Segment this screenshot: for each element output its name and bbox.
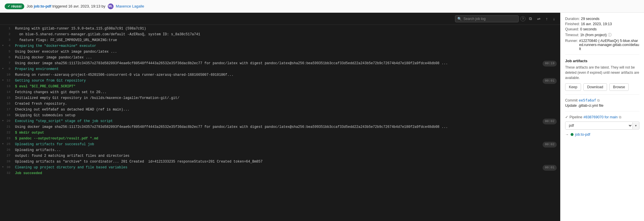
line-content: $ mkdir output	[15, 130, 557, 136]
job-name-link[interactable]: job:to-pdf	[34, 4, 52, 8]
search-icon: 🔍	[457, 17, 462, 21]
line-content: Running with gitlab-runner 15.9.0~beta.1…	[15, 26, 557, 32]
line-number: 7	[6, 61, 15, 66]
pipeline-text-label: Pipeline	[569, 115, 582, 119]
log-line: 23$ pandoc --output=output/result.pdf *.…	[0, 136, 560, 142]
queued-value: 0 seconds	[580, 27, 597, 31]
expand-icon[interactable]: ▾	[0, 67, 6, 71]
pipeline-link[interactable]: #838769070 for main	[583, 115, 617, 119]
log-line: 13$ eval "$CI_PRE_CLONE_SCRIPT"	[0, 84, 560, 90]
log-line: ▾9Preparing environment	[0, 67, 560, 72]
download-button[interactable]: Download	[583, 83, 607, 91]
job-dropdown[interactable]: pdf	[565, 122, 632, 129]
pipeline-copy-icon[interactable]: ⧉	[619, 115, 621, 119]
log-line: ▾30Cleaning up project directory and fil…	[0, 165, 560, 171]
expand-icon[interactable]: ▾	[0, 165, 6, 170]
search-input[interactable]	[455, 15, 519, 22]
line-number: 6	[6, 55, 15, 60]
line-content: $ eval "$CI_PRE_CLONE_SCRIPT"	[15, 84, 557, 89]
triggered-text: triggered 16 avr. 2023, 19:13 by	[52, 4, 105, 8]
timeout-label: Timeout:	[565, 33, 579, 37]
expand-icon[interactable]: ▾	[0, 43, 6, 48]
wrap-log-button[interactable]: ⇌	[535, 15, 542, 22]
log-toolbar: 🔍 ? ⧉ ⇌ ↑ ↓	[0, 13, 560, 25]
avatar: ML	[108, 3, 114, 9]
commit-message: Update .gitlab-ci.yml file	[565, 104, 604, 108]
timeout-value: 1h (from project)	[580, 33, 607, 37]
log-line: ▾20Executing "step_script" stage of the …	[0, 119, 560, 124]
help-button[interactable]: ?	[520, 16, 526, 21]
line-number: 2	[6, 32, 15, 37]
time-badge: 00:01	[543, 165, 557, 171]
line-content: Using Docker executor with image pandoc/…	[15, 49, 557, 55]
runner-label: Runner:	[565, 39, 578, 43]
search-input-wrapper: 🔍	[455, 15, 519, 22]
chevron-down-icon: ▾	[632, 122, 639, 129]
job-text: Job	[27, 4, 33, 8]
line-content: Preparing environment	[15, 67, 557, 72]
pipeline-row: ✓ Pipeline #838769070 for main ⧉	[565, 115, 639, 119]
log-area[interactable]: 🔍 ? ⧉ ⇌ ↑ ↓ 1Running with gitlab-runner …	[0, 13, 560, 221]
line-content: Uploading artifacts for successful job	[15, 142, 543, 147]
time-badge: 00:19	[543, 61, 557, 67]
duration-value: 29 seconds	[581, 17, 600, 21]
status-badge: ✓ réussi	[5, 3, 24, 9]
divider-1	[565, 54, 639, 55]
line-number: 13	[6, 84, 15, 89]
commit-message-row: Update .gitlab-ci.yml file	[565, 104, 639, 108]
line-number: 32	[6, 171, 15, 176]
line-content: Fetching changes with git depth set to 2…	[15, 90, 557, 95]
log-line: 16Created fresh repository.	[0, 101, 560, 107]
main-layout: 🔍 ? ⧉ ⇌ ↑ ↓ 1Running with gitlab-runner …	[0, 13, 644, 221]
duration-label: Duration:	[565, 17, 580, 21]
line-content: Using docker image sha256:11172c34357o27…	[15, 61, 543, 66]
line-content: Preparing the "docker+machine" executor	[15, 43, 557, 49]
status-label: réussi	[11, 4, 21, 8]
check-icon: ✓	[8, 4, 10, 8]
line-content: Initialized empty Git repository in /bui…	[15, 95, 557, 101]
queued-label: Queued:	[565, 27, 579, 31]
line-content: Running on runner--azerasq-project-45201…	[15, 72, 557, 78]
right-sidebar: Duration: 29 seconds Finished: 16 avr. 2…	[560, 13, 644, 221]
job-dropdown-row: pdf ▾	[565, 121, 639, 130]
commit-label: Commit	[565, 98, 578, 102]
divider-2	[565, 94, 639, 95]
copy-log-button[interactable]: ⧉	[527, 15, 534, 22]
line-content: Job succeeded	[15, 171, 557, 176]
expand-icon[interactable]: ▾	[0, 119, 6, 123]
expand-icon[interactable]: ▾	[0, 142, 6, 146]
log-line: 32Job succeeded	[0, 171, 560, 176]
artifacts-description: These artifacts are the latest. They wil…	[565, 65, 639, 80]
line-number: 5	[6, 49, 15, 54]
artifacts-buttons: Keep Download Browse	[565, 83, 639, 91]
timeout-info-icon[interactable]: ⓘ	[608, 32, 612, 38]
line-number: 10	[6, 72, 15, 78]
line-number: 27	[6, 153, 15, 159]
line-number: 20	[6, 119, 15, 124]
finished-label: Finished:	[565, 22, 580, 26]
commit-row: Commit ee5fa6af ⧉	[565, 98, 639, 102]
line-number: 21	[6, 124, 15, 130]
log-line: 28Uploading artifacts as "archive" to co…	[0, 159, 560, 165]
divider-3	[565, 111, 639, 111]
header-bar: ✓ réussi Job job:to-pdf triggered 16 avr…	[0, 0, 644, 13]
browse-button[interactable]: Browse	[609, 83, 629, 91]
line-number: 25	[6, 142, 15, 147]
scroll-top-button[interactable]: ↑	[544, 15, 550, 22]
commit-copy-icon[interactable]: ⧉	[597, 98, 600, 102]
line-content: on blue-5.shared.runners-manager.gitlab.…	[15, 32, 557, 37]
time-badge: 00:02	[543, 142, 557, 148]
log-line: 22$ mkdir output	[0, 130, 560, 136]
job-name-link-sidebar[interactable]: job:to-pdf	[575, 132, 590, 137]
line-number: 1	[6, 26, 15, 31]
line-content: $ pandoc --output=output/result.pdf *.md	[15, 136, 557, 141]
log-line: 27output: found 2 matching artifact file…	[0, 153, 560, 159]
line-number: 18	[6, 113, 15, 118]
job-link-row: → job:to-pdf	[565, 132, 639, 137]
log-line: 17Checking out ee5fa6af as detached HEAD…	[0, 107, 560, 113]
expand-icon[interactable]: ▾	[0, 78, 6, 83]
commit-hash-link[interactable]: ee5fa6af	[579, 98, 596, 102]
scroll-bottom-button[interactable]: ↓	[551, 15, 557, 22]
keep-button[interactable]: Keep	[565, 83, 581, 91]
header-text: Job job:to-pdf triggered 16 avr. 2023, 1…	[27, 4, 105, 8]
